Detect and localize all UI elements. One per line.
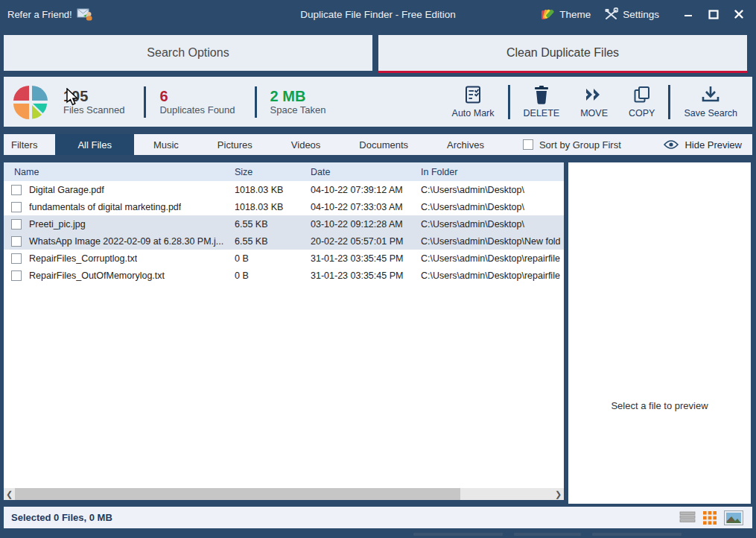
cell-name: RepairFiles_Corruptlog.txt [4, 253, 235, 264]
close-button[interactable] [728, 4, 750, 25]
table-row[interactable]: RepairFiles_OutOfMemorylog.txt 0 B 31-01… [4, 267, 564, 284]
tab-search-options[interactable]: Search Options [4, 35, 372, 71]
table-row[interactable]: fundamentals of digital marketing.pdf 10… [4, 198, 564, 215]
grid-view-icon [702, 510, 717, 525]
horizontal-scrollbar[interactable]: ❮ ❯ [4, 488, 564, 500]
filter-music-label: Music [153, 139, 179, 151]
filter-archives[interactable]: Archives [428, 134, 504, 155]
auto-mark-button[interactable]: Auto Mark [442, 77, 505, 127]
column-header-size[interactable]: Size [235, 167, 311, 177]
filter-documents[interactable]: Documents [340, 134, 428, 155]
column-header-date[interactable]: Date [311, 167, 421, 177]
filter-archives-label: Archives [447, 139, 484, 151]
window-controls [677, 4, 750, 25]
column-header-in-folder[interactable]: In Folder [421, 167, 564, 177]
file-date: 04-10-22 07:39:12 AM [311, 185, 421, 195]
list-view-icon [679, 511, 696, 525]
refer-a-friend-button[interactable]: Refer a Friend! [7, 0, 93, 28]
theme-palette-icon [540, 7, 555, 21]
cell-name: fundamentals of digital marketing.pdf [4, 202, 235, 212]
scrollbar-thumb[interactable] [15, 488, 460, 500]
filter-videos[interactable]: Videos [272, 134, 340, 155]
hide-preview-button[interactable]: Hide Preview [664, 139, 742, 151]
settings-button[interactable]: Settings [604, 7, 659, 21]
duplicates-found-label: Duplicates Found [159, 104, 235, 115]
file-name: fundamentals of digital marketing.pdf [29, 202, 181, 212]
settings-label: Settings [623, 9, 659, 20]
background-window-remnant [413, 533, 503, 536]
row-checkbox[interactable] [11, 270, 22, 281]
refer-a-friend-label: Refer a Friend! [7, 9, 72, 20]
tab-clean-duplicate-files[interactable]: Clean Duplicate Files [378, 35, 747, 71]
file-size: 6.55 KB [235, 219, 311, 230]
scroll-right-arrow[interactable]: ❯ [553, 488, 564, 500]
stat-space-taken: 2 MB Space Taken [270, 88, 326, 115]
minimize-button[interactable] [677, 4, 699, 25]
file-folder: C:\Users\admin\Desktop\repairfile [421, 270, 564, 281]
filter-pictures[interactable]: Pictures [198, 134, 272, 155]
file-folder: C:\Users\admin\Desktop\ [421, 185, 564, 195]
filters-bar: Filters All Files Music Pictures Videos … [4, 134, 752, 155]
statusbar: Selected 0 Files, 0 MB [4, 507, 752, 528]
row-checkbox[interactable] [11, 185, 22, 195]
delete-label: DELETE [524, 108, 560, 118]
filter-music[interactable]: Music [134, 134, 198, 155]
file-list-panel: Name Size Date In Folder Digital Garage.… [4, 162, 564, 500]
checkbox-icon [523, 139, 533, 150]
copy-icon [632, 85, 652, 104]
titlebar-actions: Theme Settings [540, 0, 750, 28]
filter-all-files[interactable]: All Files [55, 134, 134, 155]
grid-view-button[interactable] [702, 510, 717, 525]
selection-summary: Selected 0 Files, 0 MB [11, 512, 112, 523]
table-row[interactable]: WhatsApp Image 2022-02-09 at 6.28.30 PM.… [4, 232, 564, 250]
cell-name: RepairFiles_OutOfMemorylog.txt [4, 270, 235, 281]
app-window: Duplicate File Finder - Free Edition Ref… [0, 0, 756, 538]
copy-button[interactable]: COPY [618, 77, 665, 127]
maximize-button[interactable] [702, 4, 725, 25]
move-button[interactable]: MOVE [570, 77, 618, 127]
titlebar: Duplicate File Finder - Free Edition Ref… [0, 0, 756, 28]
hide-preview-label: Hide Preview [684, 139, 742, 151]
table-row[interactable]: Digital Garage.pdf 1018.03 KB 04-10-22 0… [4, 181, 564, 198]
refer-mail-icon [77, 7, 93, 21]
view-mode-switcher [679, 510, 743, 525]
file-date: 31-01-23 03:35:45 PM [311, 253, 421, 264]
tab-search-options-label: Search Options [147, 46, 229, 60]
save-search-button[interactable]: Save Search [673, 77, 752, 127]
column-header-name[interactable]: Name [4, 167, 235, 177]
thumbnail-view-button[interactable] [724, 510, 743, 525]
filter-all-files-label: All Files [77, 139, 112, 151]
files-scanned-label: Files Scanned [63, 104, 124, 115]
background-window-remnant [592, 533, 682, 536]
table-row[interactable]: RepairFiles_Corruptlog.txt 0 B 31-01-23 … [4, 250, 564, 267]
file-size: 1018.03 KB [235, 185, 311, 195]
sort-by-group-first-checkbox[interactable]: Sort by Group First [523, 139, 621, 151]
file-name: WhatsApp Image 2022-02-09 at 6.28.30 PM.… [29, 236, 223, 247]
file-folder: C:\Users\admin\Desktop\repairfile [421, 253, 564, 264]
row-checkbox[interactable] [11, 253, 22, 264]
row-checkbox[interactable] [11, 219, 22, 230]
cell-name: Digital Garage.pdf [4, 185, 235, 195]
stat-divider [144, 86, 146, 118]
preview-panel: Select a file to preview [568, 162, 751, 504]
stat-divider [255, 86, 257, 118]
row-checkbox[interactable] [11, 202, 22, 212]
filter-videos-label: Videos [291, 139, 321, 151]
row-checkbox[interactable] [11, 236, 22, 247]
file-folder: C:\Users\admin\Desktop\New fold [421, 236, 564, 247]
file-folder: C:\Users\admin\Desktop\ [421, 219, 564, 230]
file-date: 04-10-22 07:33:03 AM [311, 202, 421, 212]
file-size: 0 B [235, 253, 311, 264]
list-view-button[interactable] [679, 511, 696, 525]
theme-button[interactable]: Theme [540, 7, 591, 21]
toolbar-separator [668, 85, 670, 119]
file-name: RepairFiles_Corruptlog.txt [29, 253, 137, 264]
file-date: 31-01-23 03:35:45 PM [311, 270, 421, 281]
auto-mark-checklist-icon [463, 85, 483, 104]
theme-label: Theme [559, 9, 591, 20]
scroll-left-arrow[interactable]: ❮ [4, 488, 15, 500]
file-rows: Digital Garage.pdf 1018.03 KB 04-10-22 0… [4, 181, 564, 284]
delete-button[interactable]: DELETE [513, 77, 571, 127]
duplicates-found-value: 6 [159, 88, 235, 104]
table-row[interactable]: Preeti_pic.jpg 6.55 KB 03-10-22 09:12:28… [4, 215, 564, 232]
